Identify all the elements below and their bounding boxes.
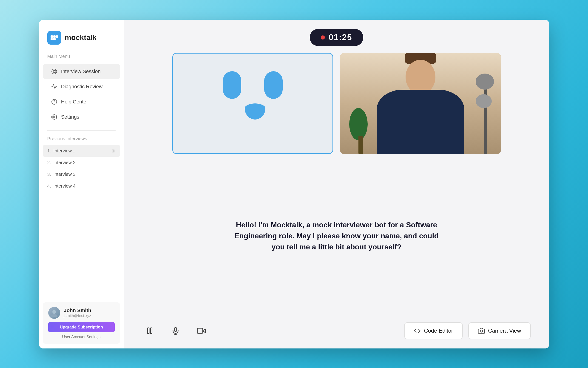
list-item[interactable]: 4. Interview 4 (43, 180, 120, 192)
code-editor-icon (414, 327, 421, 334)
avatar-face (216, 71, 289, 136)
svg-marker-23 (203, 329, 205, 333)
list-item[interactable]: 1. Interview... 🗑 (43, 145, 120, 157)
control-right: Code Editor Camera View (404, 322, 531, 339)
lamp-head-top (476, 74, 494, 90)
svg-rect-4 (52, 38, 54, 40)
sidebar-divider (47, 130, 116, 130)
svg-rect-24 (197, 328, 203, 333)
svg-point-17 (51, 314, 57, 317)
interview-item-label: Interview 4 (53, 184, 76, 189)
svg-rect-2 (56, 35, 58, 38)
timer-bar: 01:25 (124, 20, 549, 53)
nav-label-settings: Settings (61, 114, 80, 120)
nav-item-settings[interactable]: Settings (43, 110, 120, 124)
timer-display: 01:25 (329, 33, 352, 42)
svg-point-25 (480, 330, 482, 332)
svg-rect-3 (51, 38, 52, 40)
svg-line-9 (55, 72, 56, 73)
svg-rect-0 (51, 35, 53, 38)
svg-rect-18 (147, 328, 149, 333)
bottom-controls: Code Editor Camera View (124, 318, 549, 349)
nav-label-help-center: Help Center (61, 99, 88, 105)
sidebar: mocktalk Main Menu Interview (39, 20, 124, 349)
svg-rect-20 (174, 327, 177, 331)
logo-icon (47, 31, 61, 45)
user-card: John Smith jsmith@test.xyz Upgrade Subsc… (43, 302, 120, 344)
user-video-box (172, 53, 333, 154)
interview-list: 1. Interview... 🗑 2. Interview 2 3. Inte… (39, 145, 124, 298)
svg-line-11 (55, 70, 56, 71)
interview-item-label: Interview 3 (53, 172, 76, 177)
nav-item-diagnostic-review[interactable]: Diagnostic Review (43, 79, 120, 94)
sidebar-logo: mocktalk (39, 20, 124, 54)
svg-rect-5 (54, 38, 56, 40)
camera-view-button[interactable]: Camera View (468, 322, 531, 339)
nav-list: Interview Session Diagnostic Review (39, 64, 124, 125)
user-name: John Smith (64, 308, 91, 313)
logo-text: mocktalk (65, 33, 97, 42)
lamp-head-bottom (476, 94, 492, 108)
nav-label-interview-session: Interview Session (61, 68, 101, 74)
app-window: mocktalk Main Menu Interview (39, 20, 549, 349)
prev-interviews-label: Previous Interviews (39, 136, 124, 145)
nav-item-help-center[interactable]: Help Center (43, 94, 120, 109)
camera-view-label: Camera View (488, 328, 521, 334)
avatar (48, 307, 60, 319)
upgrade-button[interactable]: Upgrade Subscription (48, 322, 115, 332)
account-settings-link[interactable]: User Account Settings (48, 335, 115, 339)
svg-line-8 (52, 70, 54, 71)
main-menu-label: Main Menu (39, 54, 124, 64)
svg-rect-19 (151, 328, 152, 333)
recording-indicator (321, 35, 325, 39)
transcript-area: Hello! I'm Mocktalk, a mock interviewer … (124, 154, 549, 318)
svg-point-15 (53, 116, 55, 118)
interview-item-label: Interview 2 (53, 160, 76, 165)
interview-session-icon (51, 68, 57, 75)
main-content: 01:25 (124, 20, 549, 349)
list-item[interactable]: 2. Interview 2 (43, 157, 120, 168)
eye-right (264, 71, 283, 99)
mouth (245, 103, 265, 120)
video-area (124, 53, 549, 154)
settings-icon (51, 114, 57, 120)
mic-button[interactable] (168, 323, 183, 338)
svg-rect-1 (53, 35, 56, 38)
eye-left (223, 71, 241, 99)
delete-icon[interactable]: 🗑 (111, 148, 116, 153)
code-editor-button[interactable]: Code Editor (404, 322, 463, 339)
transcript-text: Hello! I'm Mocktalk, a mock interviewer … (233, 219, 440, 252)
timer-pill: 01:25 (310, 29, 363, 46)
diagnostic-review-icon (51, 83, 57, 90)
code-editor-label: Code Editor (424, 328, 453, 334)
pause-button[interactable] (143, 323, 157, 338)
camera-button[interactable] (194, 323, 209, 338)
control-left (143, 323, 209, 338)
svg-point-16 (52, 310, 56, 314)
svg-line-12 (52, 72, 54, 73)
interviewer-figure (363, 57, 478, 154)
user-email: jsmith@test.xyz (64, 313, 91, 318)
list-item[interactable]: 3. Interview 3 (43, 168, 120, 180)
help-center-icon (51, 99, 57, 105)
camera-view-icon (478, 327, 485, 334)
interview-item-label: Interview... (53, 148, 75, 154)
nav-item-interview-session[interactable]: Interview Session (43, 64, 120, 79)
nav-label-diagnostic-review: Diagnostic Review (61, 84, 103, 90)
interviewer-video-box (340, 53, 501, 154)
